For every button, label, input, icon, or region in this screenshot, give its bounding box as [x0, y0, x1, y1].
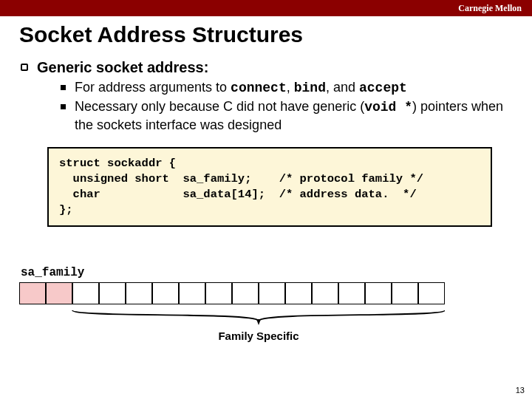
code-inline: accept: [359, 81, 407, 95]
byte-cell: [179, 282, 205, 304]
bullet-text: Generic socket address:: [37, 59, 513, 76]
byte-cell: [126, 282, 152, 304]
byte-cell: [392, 282, 418, 304]
list-item: Generic socket address: For address argu…: [21, 59, 513, 135]
code-inline: void *: [364, 100, 412, 115]
square-bullet-icon: [61, 104, 66, 109]
code-block: struct sockaddr { unsigned short sa_fami…: [47, 147, 492, 227]
byte-cell: [232, 282, 259, 304]
code-inline: connect: [231, 81, 287, 95]
bullet-list-2: For address arguments to connect, bind, …: [37, 79, 513, 134]
bullet-text: For address arguments to connect, bind, …: [75, 79, 407, 97]
org-name: Carnegie Mellon: [458, 3, 522, 14]
sa-family-label: sa_family: [21, 266, 513, 279]
byte-cell: [312, 282, 338, 304]
slide: Carnegie Mellon Socket Address Structure…: [0, 0, 532, 399]
list-item: For address arguments to connect, bind, …: [61, 79, 513, 97]
page-number: 13: [516, 386, 525, 395]
family-specific-label: Family Specific: [72, 330, 445, 342]
content-area: Socket Address Structures Generic socket…: [0, 16, 532, 227]
list-item: Necessary only because C did not have ge…: [61, 98, 513, 134]
byte-cell-sa-family: [46, 282, 72, 304]
byte-cell: [365, 282, 392, 304]
byte-cell: [72, 282, 99, 304]
text-fragment: Necessary only because C did not have ge…: [75, 99, 364, 114]
square-bullet-icon: [61, 85, 66, 90]
byte-cell-sa-family: [19, 282, 46, 304]
byte-cell: [205, 282, 232, 304]
struct-diagram: sa_family Family Specific: [19, 266, 513, 342]
code-inline: bind: [294, 81, 326, 95]
text-fragment: ,: [287, 80, 294, 95]
text-fragment: For address arguments to: [75, 80, 231, 95]
byte-cell: [285, 282, 312, 304]
byte-cell: [418, 282, 445, 304]
page-title: Socket Address Structures: [19, 22, 513, 47]
byte-cell: [338, 282, 365, 304]
bullet-text: Necessary only because C did not have ge…: [75, 98, 513, 134]
byte-cell: [259, 282, 285, 304]
byte-cell: [152, 282, 179, 304]
header-bar: Carnegie Mellon: [0, 0, 532, 16]
open-square-bullet-icon: [21, 64, 28, 71]
curly-brace-icon: [19, 309, 445, 328]
byte-cell: [99, 282, 126, 304]
byte-row: [19, 282, 513, 304]
text-fragment: , and: [326, 80, 359, 95]
bullet-list-1: Generic socket address: For address argu…: [19, 59, 513, 135]
